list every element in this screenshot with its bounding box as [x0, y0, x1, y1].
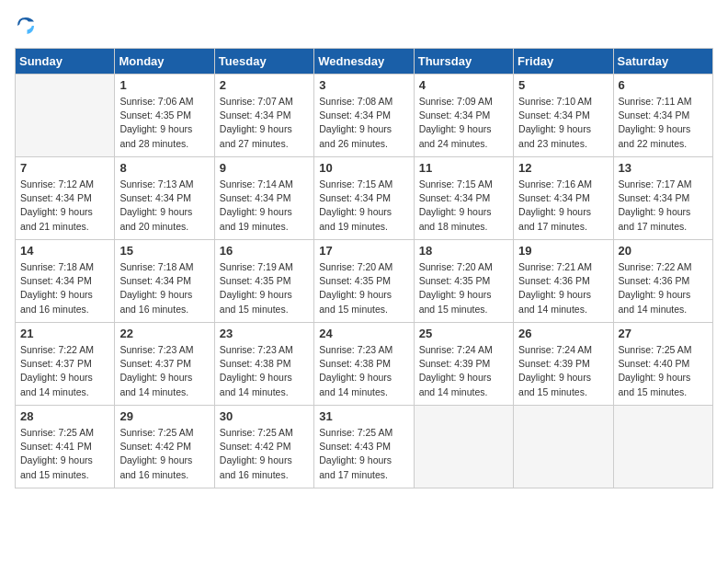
- week-row-3: 14 Sunrise: 7:18 AMSunset: 4:34 PMDaylig…: [16, 240, 713, 323]
- day-info: Sunrise: 7:19 AMSunset: 4:35 PMDaylight:…: [220, 260, 309, 316]
- day-number: 23: [220, 327, 309, 340]
- day-info: Sunrise: 7:23 AMSunset: 4:37 PMDaylight:…: [119, 343, 209, 399]
- day-number: 3: [319, 78, 408, 92]
- day-info: Sunrise: 7:16 AMSunset: 4:34 PMDaylight:…: [518, 178, 608, 234]
- day-number: 14: [20, 244, 109, 258]
- day-cell: 25 Sunrise: 7:24 AMSunset: 4:39 PMDaylig…: [414, 323, 513, 406]
- day-cell: 2 Sunrise: 7:07 AMSunset: 4:34 PMDayligh…: [214, 75, 313, 157]
- day-cell: 23 Sunrise: 7:23 AMSunset: 4:38 PMDaylig…: [214, 323, 313, 406]
- day-cell: [414, 406, 513, 488]
- day-number: 6: [619, 78, 708, 92]
- day-info: Sunrise: 7:25 AMSunset: 4:43 PMDaylight:…: [319, 426, 408, 482]
- day-number: 9: [220, 161, 309, 175]
- day-number: 28: [20, 409, 109, 423]
- day-cell: 15 Sunrise: 7:18 AMSunset: 4:34 PMDaylig…: [115, 240, 214, 323]
- day-number: 19: [518, 244, 608, 258]
- week-row-1: 1 Sunrise: 7:06 AMSunset: 4:35 PMDayligh…: [16, 75, 713, 157]
- week-row-2: 7 Sunrise: 7:12 AMSunset: 4:34 PMDayligh…: [16, 157, 713, 240]
- day-cell: 14 Sunrise: 7:18 AMSunset: 4:34 PMDaylig…: [16, 240, 115, 323]
- day-cell: 24 Sunrise: 7:23 AMSunset: 4:38 PMDaylig…: [314, 323, 414, 406]
- day-number: 16: [220, 244, 309, 258]
- header-cell-sunday: Sunday: [16, 49, 115, 75]
- day-cell: 18 Sunrise: 7:20 AMSunset: 4:35 PMDaylig…: [414, 240, 513, 323]
- logo: [15, 15, 40, 37]
- day-number: 21: [20, 327, 109, 340]
- day-number: 4: [419, 78, 508, 92]
- header-row: SundayMondayTuesdayWednesdayThursdayFrid…: [16, 49, 713, 75]
- day-info: Sunrise: 7:20 AMSunset: 4:35 PMDaylight:…: [319, 260, 408, 316]
- day-info: Sunrise: 7:20 AMSunset: 4:35 PMDaylight:…: [419, 260, 508, 316]
- day-info: Sunrise: 7:22 AMSunset: 4:36 PMDaylight:…: [619, 260, 708, 316]
- day-number: 31: [319, 409, 408, 423]
- day-cell: 21 Sunrise: 7:22 AMSunset: 4:37 PMDaylig…: [16, 323, 115, 406]
- day-info: Sunrise: 7:21 AMSunset: 4:36 PMDaylight:…: [518, 260, 608, 316]
- day-number: 25: [419, 327, 508, 340]
- day-info: Sunrise: 7:09 AMSunset: 4:34 PMDaylight:…: [419, 95, 508, 151]
- day-cell: 26 Sunrise: 7:24 AMSunset: 4:39 PMDaylig…: [514, 323, 613, 406]
- day-number: 24: [319, 327, 408, 340]
- header-cell-thursday: Thursday: [414, 49, 513, 75]
- day-info: Sunrise: 7:23 AMSunset: 4:38 PMDaylight:…: [319, 343, 408, 399]
- day-cell: 5 Sunrise: 7:10 AMSunset: 4:34 PMDayligh…: [514, 75, 613, 157]
- day-number: 11: [419, 161, 508, 175]
- day-info: Sunrise: 7:23 AMSunset: 4:38 PMDaylight:…: [220, 343, 309, 399]
- day-cell: 22 Sunrise: 7:23 AMSunset: 4:37 PMDaylig…: [115, 323, 214, 406]
- day-cell: [613, 406, 712, 488]
- day-info: Sunrise: 7:15 AMSunset: 4:34 PMDaylight:…: [319, 178, 408, 234]
- day-number: 18: [419, 244, 508, 258]
- day-cell: 13 Sunrise: 7:17 AMSunset: 4:34 PMDaylig…: [613, 157, 712, 240]
- day-number: 5: [518, 78, 608, 92]
- day-cell: 10 Sunrise: 7:15 AMSunset: 4:34 PMDaylig…: [314, 157, 414, 240]
- day-info: Sunrise: 7:11 AMSunset: 4:34 PMDaylight:…: [619, 95, 708, 151]
- day-cell: 4 Sunrise: 7:09 AMSunset: 4:34 PMDayligh…: [414, 75, 513, 157]
- day-cell: 28 Sunrise: 7:25 AMSunset: 4:41 PMDaylig…: [16, 406, 115, 488]
- day-info: Sunrise: 7:24 AMSunset: 4:39 PMDaylight:…: [419, 343, 508, 399]
- header-cell-saturday: Saturday: [613, 49, 712, 75]
- logo-icon: [15, 15, 37, 37]
- day-number: 27: [619, 327, 708, 340]
- day-cell: 1 Sunrise: 7:06 AMSunset: 4:35 PMDayligh…: [115, 75, 214, 157]
- day-info: Sunrise: 7:22 AMSunset: 4:37 PMDaylight:…: [20, 343, 109, 399]
- day-cell: 30 Sunrise: 7:25 AMSunset: 4:42 PMDaylig…: [214, 406, 313, 488]
- day-info: Sunrise: 7:13 AMSunset: 4:34 PMDaylight:…: [119, 178, 209, 234]
- day-info: Sunrise: 7:18 AMSunset: 4:34 PMDaylight:…: [20, 260, 109, 316]
- day-cell: [16, 75, 115, 157]
- day-number: 10: [319, 161, 408, 175]
- day-info: Sunrise: 7:18 AMSunset: 4:34 PMDaylight:…: [119, 260, 209, 316]
- day-number: 8: [119, 161, 209, 175]
- day-number: 7: [20, 161, 109, 175]
- day-number: 1: [119, 78, 209, 92]
- day-info: Sunrise: 7:25 AMSunset: 4:40 PMDaylight:…: [619, 343, 708, 399]
- day-number: 13: [619, 161, 708, 175]
- day-cell: 29 Sunrise: 7:25 AMSunset: 4:42 PMDaylig…: [115, 406, 214, 488]
- header-cell-wednesday: Wednesday: [314, 49, 414, 75]
- day-info: Sunrise: 7:25 AMSunset: 4:42 PMDaylight:…: [119, 426, 209, 482]
- week-row-4: 21 Sunrise: 7:22 AMSunset: 4:37 PMDaylig…: [16, 323, 713, 406]
- day-info: Sunrise: 7:25 AMSunset: 4:42 PMDaylight:…: [220, 426, 309, 482]
- day-cell: 3 Sunrise: 7:08 AMSunset: 4:34 PMDayligh…: [314, 75, 414, 157]
- day-info: Sunrise: 7:14 AMSunset: 4:34 PMDaylight:…: [220, 178, 309, 234]
- day-number: 26: [518, 327, 608, 340]
- day-number: 12: [518, 161, 608, 175]
- day-info: Sunrise: 7:24 AMSunset: 4:39 PMDaylight:…: [518, 343, 608, 399]
- week-row-5: 28 Sunrise: 7:25 AMSunset: 4:41 PMDaylig…: [16, 406, 713, 488]
- day-info: Sunrise: 7:07 AMSunset: 4:34 PMDaylight:…: [220, 95, 309, 151]
- day-cell: 16 Sunrise: 7:19 AMSunset: 4:35 PMDaylig…: [214, 240, 313, 323]
- day-cell: 31 Sunrise: 7:25 AMSunset: 4:43 PMDaylig…: [314, 406, 414, 488]
- day-info: Sunrise: 7:06 AMSunset: 4:35 PMDaylight:…: [119, 95, 209, 151]
- header-cell-monday: Monday: [115, 49, 214, 75]
- day-info: Sunrise: 7:12 AMSunset: 4:34 PMDaylight:…: [20, 178, 109, 234]
- day-cell: 19 Sunrise: 7:21 AMSunset: 4:36 PMDaylig…: [514, 240, 613, 323]
- day-info: Sunrise: 7:17 AMSunset: 4:34 PMDaylight:…: [619, 178, 708, 234]
- day-cell: 9 Sunrise: 7:14 AMSunset: 4:34 PMDayligh…: [214, 157, 313, 240]
- day-number: 2: [220, 78, 309, 92]
- day-info: Sunrise: 7:25 AMSunset: 4:41 PMDaylight:…: [20, 426, 109, 482]
- calendar-table: SundayMondayTuesdayWednesdayThursdayFrid…: [15, 48, 713, 488]
- day-cell: 17 Sunrise: 7:20 AMSunset: 4:35 PMDaylig…: [314, 240, 414, 323]
- day-info: Sunrise: 7:08 AMSunset: 4:34 PMDaylight:…: [319, 95, 408, 151]
- page-header: [15, 15, 713, 37]
- day-cell: 12 Sunrise: 7:16 AMSunset: 4:34 PMDaylig…: [514, 157, 613, 240]
- day-info: Sunrise: 7:10 AMSunset: 4:34 PMDaylight:…: [518, 95, 608, 151]
- day-number: 22: [119, 327, 209, 340]
- day-number: 29: [119, 409, 209, 423]
